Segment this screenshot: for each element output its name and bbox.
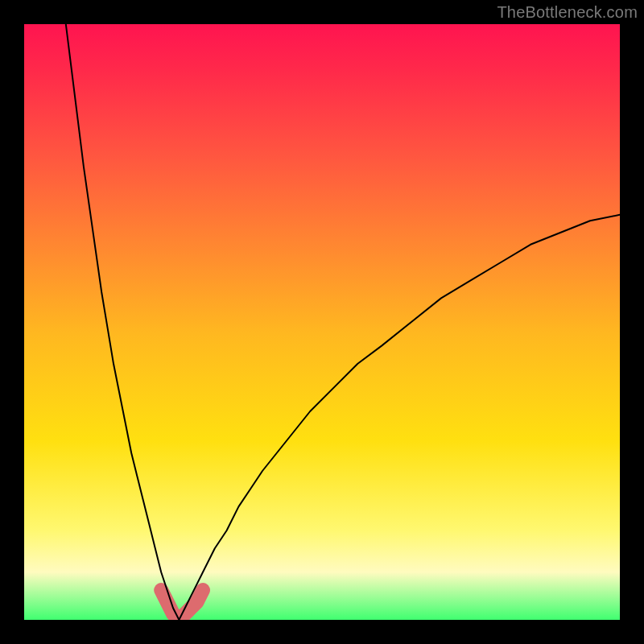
bottleneck-chart: [24, 24, 620, 620]
watermark-text: TheBottleneck.com: [497, 3, 638, 22]
bottleneck-curve-line: [66, 24, 620, 620]
